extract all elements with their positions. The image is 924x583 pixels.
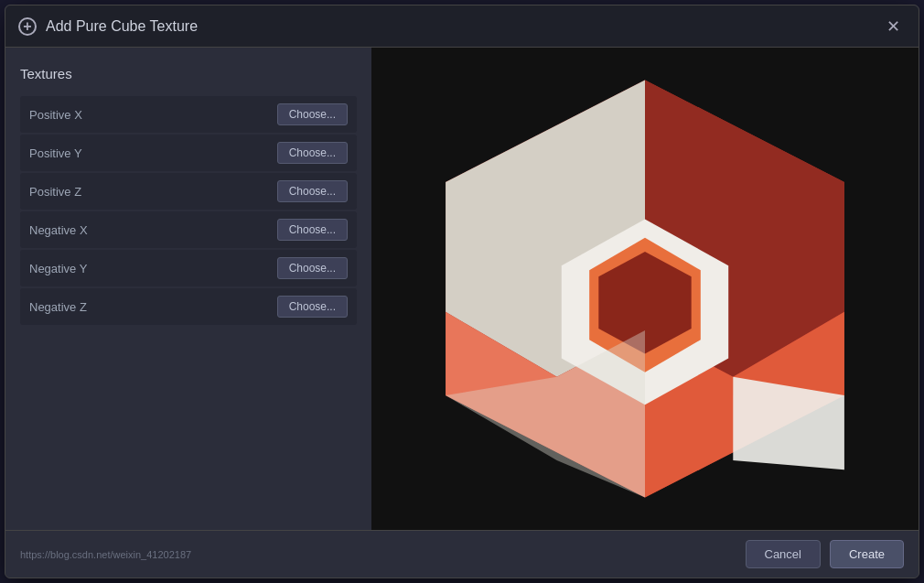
negative-x-label: Negative X [29,223,88,237]
positive-y-choose-button[interactable]: Choose... [277,142,348,164]
positive-x-label: Positive X [29,108,82,122]
negative-y-choose-button[interactable]: Choose... [277,257,348,279]
texture-row-negative-z: Negative Z Choose... [20,288,357,325]
close-button[interactable]: ✕ [880,14,906,39]
footer-url: https://blog.csdn.net/weixin_41202187 [20,549,191,560]
texture-rows: Positive X Choose... Positive Y Choose..… [20,96,357,325]
positive-z-label: Positive Z [29,185,81,199]
negative-x-choose-button[interactable]: Choose... [277,219,348,241]
textures-section-label: Textures [20,66,357,81]
negative-z-label: Negative Z [29,300,87,314]
preview-svg [371,48,919,530]
title-left: + Add Pure Cube Texture [18,17,198,36]
texture-row-negative-x: Negative X Choose... [20,211,357,248]
dialog-titlebar: + Add Pure Cube Texture ✕ [5,5,919,48]
add-cube-texture-dialog: + Add Pure Cube Texture ✕ Textures Posit… [5,5,919,578]
left-panel: Textures Positive X Choose... Positive Y… [5,48,371,530]
texture-row-positive-y: Positive Y Choose... [20,135,357,171]
positive-y-label: Positive Y [29,146,82,160]
negative-y-label: Negative Y [29,262,87,275]
create-button[interactable]: Create [830,540,904,568]
dialog-body: Textures Positive X Choose... Positive Y… [5,48,919,530]
positive-x-choose-button[interactable]: Choose... [277,103,348,125]
texture-row-negative-y: Negative Y Choose... [20,250,357,286]
positive-z-choose-button[interactable]: Choose... [277,180,348,202]
dialog-footer: https://blog.csdn.net/weixin_41202187 Ca… [5,530,919,578]
dialog-title: Add Pure Cube Texture [46,18,198,35]
texture-row-positive-z: Positive Z Choose... [20,173,357,210]
texture-row-positive-x: Positive X Choose... [20,96,357,133]
negative-z-choose-button[interactable]: Choose... [277,296,348,318]
add-icon: + [18,17,37,36]
preview-panel [371,48,919,530]
preview-image [371,48,919,530]
cancel-button[interactable]: Cancel [746,540,821,568]
